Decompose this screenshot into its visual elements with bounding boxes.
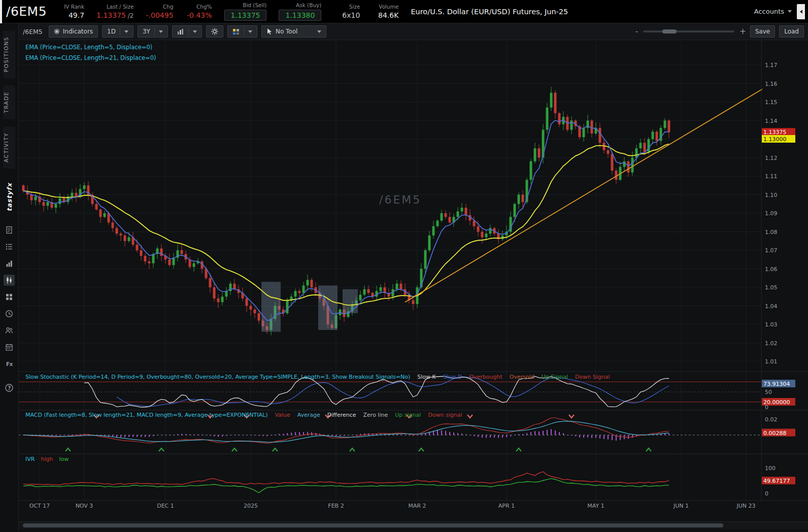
ivr-legend: IVRhighlow bbox=[25, 456, 69, 462]
field-label: Last / Size bbox=[107, 4, 134, 10]
svg-text:1.11: 1.11 bbox=[765, 173, 778, 180]
up-signal-arrow bbox=[159, 448, 164, 451]
svg-text:?: ? bbox=[8, 385, 11, 391]
grid-icon[interactable] bbox=[4, 291, 15, 303]
svg-text:APR 1: APR 1 bbox=[498, 503, 515, 509]
quote-field-chg: Chg -.00495 bbox=[146, 4, 174, 19]
scrollbar-thumb[interactable] bbox=[23, 523, 723, 527]
sidebar-tab-positions[interactable]: POSITIONS bbox=[3, 30, 15, 78]
chevron-down-icon bbox=[124, 30, 128, 33]
svg-text:1.12: 1.12 bbox=[765, 155, 778, 161]
svg-text:73.91304: 73.91304 bbox=[763, 381, 790, 387]
ledger-icon[interactable] bbox=[4, 241, 15, 252]
up-signal-arrow bbox=[350, 448, 355, 451]
trendline[interactable] bbox=[405, 89, 762, 302]
ask-button[interactable]: 1.13380 bbox=[279, 10, 321, 21]
svg-text:1.09: 1.09 bbox=[765, 210, 778, 217]
svg-text:1.07: 1.07 bbox=[765, 247, 778, 254]
up-signal-arrow bbox=[65, 448, 71, 451]
svg-text:DEC 1: DEC 1 bbox=[157, 503, 174, 509]
save-button[interactable]: Save bbox=[750, 25, 775, 38]
layout-dropdown[interactable] bbox=[227, 25, 257, 38]
svg-text:1.17: 1.17 bbox=[765, 62, 778, 69]
bar-chart-icon[interactable] bbox=[4, 258, 15, 269]
svg-text:1.14: 1.14 bbox=[765, 118, 778, 124]
ema-price-badge: 1.13000 bbox=[762, 135, 795, 143]
svg-text:JUN 23: JUN 23 bbox=[736, 503, 755, 509]
field-value: 6x10 bbox=[342, 11, 360, 19]
accounts-label: Accounts bbox=[754, 8, 784, 15]
tool-value: No Tool bbox=[276, 28, 297, 35]
report-icon[interactable] bbox=[4, 224, 15, 236]
chevron-down-icon bbox=[248, 30, 252, 33]
clock-icon[interactable] bbox=[4, 308, 15, 319]
position-zone bbox=[318, 285, 338, 330]
stoch-k-badge: 73.91304 bbox=[762, 380, 795, 387]
price-chart-canvas[interactable]: 1.011.021.031.041.051.061.071.081.091.10… bbox=[19, 40, 808, 521]
svg-text:1.08: 1.08 bbox=[765, 229, 778, 236]
chart-settings-button[interactable] bbox=[206, 25, 223, 38]
calendar-icon[interactable] bbox=[4, 342, 15, 353]
sidebar-tab-trade[interactable]: TRADE bbox=[3, 85, 15, 119]
range-dropdown[interactable]: 3Y bbox=[138, 25, 168, 38]
svg-text:1.15: 1.15 bbox=[765, 99, 778, 106]
svg-text:0.02: 0.02 bbox=[765, 416, 778, 423]
timeframe-value: 1D bbox=[107, 28, 116, 35]
svg-text:1.10: 1.10 bbox=[765, 192, 778, 198]
macd-signal-arrows bbox=[65, 415, 651, 451]
quote-bar: /6EM5 IV Rank 49.7 Last / Size 1.13375 /… bbox=[0, 0, 808, 23]
chevron-left-icon bbox=[800, 10, 802, 14]
left-sidebar: POSITIONS TRADE ACTIVITY tastyfx bbox=[0, 23, 19, 532]
svg-text:1.03: 1.03 bbox=[765, 321, 778, 328]
zoom-slider-thumb[interactable] bbox=[662, 29, 677, 34]
svg-text:1.13000: 1.13000 bbox=[763, 136, 787, 143]
accounts-dropdown[interactable]: Accounts bbox=[754, 8, 792, 15]
sidebar-tab-activity[interactable]: ACTIVITY bbox=[3, 126, 15, 169]
bid-button[interactable]: 1.13375 bbox=[224, 10, 267, 21]
svg-text:1.05: 1.05 bbox=[765, 284, 778, 291]
up-signal-arrow bbox=[516, 448, 521, 451]
chevron-down-icon bbox=[193, 30, 197, 33]
zoom-slider[interactable] bbox=[643, 30, 734, 32]
people-icon[interactable] bbox=[4, 325, 15, 336]
timeframe-dropdown[interactable]: 1D bbox=[102, 25, 133, 38]
zoom-control: - + bbox=[635, 27, 746, 36]
up-signal-arrow bbox=[419, 448, 424, 451]
down-signal-arrow bbox=[467, 415, 473, 418]
field-label: Size bbox=[349, 4, 360, 10]
sidebar-icon-list: Fx ? bbox=[4, 224, 15, 393]
window-accent bbox=[0, 0, 2, 23]
help-icon[interactable]: ? bbox=[4, 382, 15, 393]
chart-horizontal-scrollbar[interactable] bbox=[19, 521, 808, 529]
svg-text:1.06: 1.06 bbox=[765, 266, 778, 273]
chevron-down-icon bbox=[317, 30, 321, 33]
ema-slow-line bbox=[23, 144, 669, 305]
field-value: -.00495 bbox=[146, 11, 174, 19]
cursor-icon bbox=[266, 28, 273, 35]
position-zone bbox=[261, 282, 281, 332]
svg-text:MAR 2: MAR 2 bbox=[408, 503, 426, 509]
collapse-quote-button[interactable] bbox=[797, 4, 805, 19]
load-button[interactable]: Load bbox=[779, 25, 804, 38]
svg-text:49.67177: 49.67177 bbox=[763, 478, 790, 484]
fx-icon[interactable]: Fx bbox=[4, 358, 15, 370]
field-label: Ask (Buy) bbox=[296, 2, 321, 8]
macd-average-line bbox=[23, 421, 669, 443]
chart-style-dropdown[interactable] bbox=[172, 25, 202, 38]
svg-text:1.04: 1.04 bbox=[765, 303, 778, 310]
chart-panel: /6EM5 Indicators 1D 3Y bbox=[19, 23, 808, 532]
last-price-badge: 1.13375 bbox=[762, 128, 795, 136]
zoom-in-button[interactable]: + bbox=[739, 27, 746, 36]
indicators-button[interactable]: Indicators bbox=[49, 25, 98, 38]
field-label: Chg bbox=[163, 4, 174, 10]
macd-value-badge: 0.00288 bbox=[762, 429, 795, 437]
quote-field-volume: Volume 84.6K bbox=[372, 4, 398, 19]
drawing-tool-dropdown[interactable]: No Tool bbox=[261, 25, 326, 38]
macd-legend: MACD (Fast length=8, Slow length=21, MAC… bbox=[25, 412, 462, 418]
chart-toolbar: /6EM5 Indicators 1D 3Y bbox=[19, 23, 808, 40]
up-signal-arrow bbox=[232, 448, 237, 451]
toolbar-symbol: /6EM5 bbox=[23, 28, 43, 36]
zoom-out-button[interactable]: - bbox=[635, 27, 638, 36]
candles-chart-icon[interactable] bbox=[4, 275, 15, 286]
field-value: 49.7 bbox=[69, 11, 84, 19]
